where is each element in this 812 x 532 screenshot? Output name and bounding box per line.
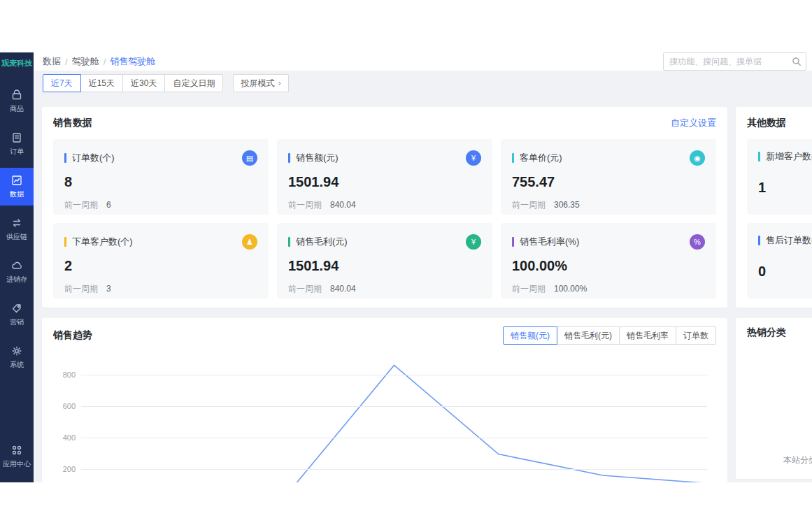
tab-gross-margin[interactable]: 销售毛利率 bbox=[619, 326, 676, 345]
sidebar-item-system[interactable]: 系统 bbox=[0, 338, 34, 376]
metric-card-aftersale-orders: 售后订单数(个) 0 bbox=[747, 223, 812, 299]
metric-color-bar bbox=[512, 153, 514, 163]
metric-value: 100.00% bbox=[512, 258, 705, 274]
tab-sales-amount[interactable]: 销售额(元) bbox=[503, 326, 557, 345]
prev-period-value: 840.04 bbox=[330, 284, 356, 294]
sidebar-item-app-center[interactable]: 应用中心 bbox=[0, 438, 34, 475]
other-data-card: 其他数据 新增客户数(个) 1 售后订单数(个) 0 bbox=[736, 107, 812, 308]
metric-label: 新增客户数(个) bbox=[766, 150, 812, 163]
exchange-arrows-icon bbox=[10, 217, 23, 229]
yen-icon: ¥ bbox=[466, 150, 481, 166]
global-search[interactable] bbox=[663, 52, 806, 71]
tab-last-30-days[interactable]: 近30天 bbox=[122, 74, 165, 92]
prev-period-label: 前一周期 bbox=[64, 200, 98, 210]
metric-value: 2 bbox=[64, 258, 257, 274]
tab-gross-profit[interactable]: 销售毛利(元) bbox=[557, 326, 620, 345]
dashboard-app: 观麦科技 商品 订单 数据 供应链 进销存 bbox=[0, 52, 812, 482]
cloud-icon bbox=[10, 259, 23, 272]
metric-card-gross-profit: 销售毛利(元)¥ 1501.94 前一周期840.04 bbox=[277, 223, 492, 299]
sales-trend-card: 销售趋势 销售额(元) 销售毛利(元) 销售毛利率 订单数 8006004002… bbox=[42, 318, 727, 482]
metric-grid: 订单数(个)▤ 8 前一周期6 销售额(元)¥ 1501.94 前一周期840.… bbox=[53, 139, 716, 299]
metric-card-order-count: 订单数(个)▤ 8 前一周期6 bbox=[53, 139, 269, 215]
tab-custom-date[interactable]: 自定义日期 bbox=[164, 74, 223, 92]
sidebar-nav: 商品 订单 数据 供应链 进销存 营销 bbox=[0, 82, 34, 381]
sidebar-item-supply-chain[interactable]: 供应链 bbox=[0, 210, 34, 248]
metric-value: 0 bbox=[758, 264, 812, 280]
metric-color-bar bbox=[758, 236, 760, 245]
sidebar-item-label: 系统 bbox=[10, 360, 24, 370]
search-icon[interactable] bbox=[792, 57, 802, 66]
topbar: 数据 / 驾驶舱 / 销售驾驶舱 bbox=[34, 52, 812, 71]
metric-label: 客单价(元) bbox=[520, 152, 690, 164]
sidebar-item-data[interactable]: 数据 bbox=[0, 168, 34, 206]
customer-icon: ♟ bbox=[242, 234, 257, 250]
sidebar-item-label: 进销存 bbox=[6, 275, 27, 285]
cast-mode-button[interactable]: 投屏模式 › bbox=[233, 74, 288, 92]
metric-label: 订单数(个) bbox=[72, 152, 242, 164]
sales-data-card: 销售数据 自定义设置 订单数(个)▤ 8 前一周期6 销售额(元)¥ 1501.… bbox=[42, 107, 727, 308]
metric-color-bar bbox=[64, 237, 66, 247]
breadcrumb-separator: / bbox=[104, 57, 106, 67]
metric-color-bar bbox=[288, 237, 290, 247]
chart-gridline bbox=[81, 438, 707, 438]
profit-icon: ¥ bbox=[466, 234, 481, 250]
prev-period-value: 306.35 bbox=[554, 200, 580, 210]
metric-value: 755.47 bbox=[512, 174, 705, 190]
y-tick-label: 400 bbox=[63, 433, 76, 442]
metric-color-bar bbox=[64, 153, 66, 163]
metric-label: 售后订单数(个) bbox=[766, 234, 812, 247]
trend-metric-tabs: 销售额(元) 销售毛利(元) 销售毛利率 订单数 bbox=[503, 326, 716, 345]
metric-card-avg-order-value: 客单价(元)◉ 755.47 前一周期306.35 bbox=[501, 139, 716, 215]
breadcrumb-separator: / bbox=[65, 57, 68, 67]
tab-last-15-days[interactable]: 近15天 bbox=[80, 74, 123, 92]
trend-row: 销售趋势 销售额(元) 销售毛利(元) 销售毛利率 订单数 8006004002… bbox=[42, 318, 812, 482]
main-content: 数据 / 驾驶舱 / 销售驾驶舱 近7天 近15天 近30天 自定义日期 投屏模… bbox=[34, 52, 812, 482]
metric-color-bar bbox=[758, 152, 760, 161]
metric-card-new-customers: 新增客户数(个) 1 bbox=[747, 139, 812, 215]
metric-value: 1501.94 bbox=[288, 174, 481, 190]
y-tick-label: 200 bbox=[63, 465, 76, 473]
sidebar-item-goods[interactable]: 商品 bbox=[0, 82, 34, 120]
metric-card-ordering-customers: 下单客户数(个)♟ 2 前一周期3 bbox=[53, 223, 269, 299]
order-icon: ▤ bbox=[242, 150, 257, 166]
trend-line bbox=[81, 366, 707, 483]
chart-y-axis: 800600400200 bbox=[53, 354, 81, 482]
sidebar-item-marketing[interactable]: 营销 bbox=[0, 296, 34, 333]
sidebar-item-inventory[interactable]: 进销存 bbox=[0, 253, 34, 291]
tab-last-7-days[interactable]: 近7天 bbox=[43, 74, 81, 92]
y-tick-label: 800 bbox=[63, 371, 76, 379]
date-range-tabs: 近7天 近15天 近30天 自定义日期 bbox=[43, 74, 223, 92]
document-icon bbox=[10, 131, 23, 144]
sidebar-spacer bbox=[0, 381, 34, 438]
metrics-row: 销售数据 自定义设置 订单数(个)▤ 8 前一周期6 销售额(元)¥ 1501.… bbox=[42, 107, 812, 308]
screen: 观麦科技 商品 订单 数据 供应链 进销存 bbox=[0, 0, 812, 532]
cast-mode-label: 投屏模式 bbox=[241, 75, 274, 92]
metric-label: 销售额(元) bbox=[296, 152, 466, 164]
breadcrumb-item[interactable]: 数据 bbox=[43, 55, 61, 68]
prev-period-label: 前一周期 bbox=[288, 284, 322, 294]
search-input[interactable] bbox=[669, 57, 792, 66]
prev-period-value: 840.04 bbox=[330, 200, 356, 210]
sidebar-item-orders[interactable]: 订单 bbox=[0, 125, 34, 163]
sidebar-item-label: 数据 bbox=[10, 189, 24, 199]
tab-order-count[interactable]: 订单数 bbox=[676, 326, 716, 345]
hot-categories-card: 热销分类 本站分类暂无数据 bbox=[736, 318, 812, 479]
breadcrumb-item[interactable]: 驾驶舱 bbox=[72, 55, 99, 68]
sales-data-title: 销售数据 bbox=[53, 117, 92, 129]
hot-categories-title: 热销分类 bbox=[747, 326, 786, 339]
y-tick-label: 600 bbox=[63, 402, 76, 410]
sidebar-item-label: 订单 bbox=[10, 147, 24, 157]
metric-card-gross-margin: 销售毛利率(%)% 100.00% 前一周期100.00% bbox=[501, 223, 716, 299]
metric-label: 销售毛利(元) bbox=[296, 236, 466, 248]
chart-icon bbox=[10, 174, 23, 187]
prev-period-label: 前一周期 bbox=[512, 284, 546, 294]
sidebar: 观麦科技 商品 订单 数据 供应链 进销存 bbox=[0, 52, 34, 482]
gear-icon bbox=[10, 345, 23, 357]
sidebar-item-label: 营销 bbox=[10, 317, 24, 327]
chart-gridline bbox=[81, 375, 707, 375]
custom-settings-link[interactable]: 自定义设置 bbox=[671, 117, 716, 129]
percent-icon: % bbox=[690, 234, 705, 250]
hot-categories-empty-text: 本站分类暂无数据 bbox=[783, 454, 812, 466]
metric-value: 1 bbox=[758, 180, 812, 196]
metric-value: 8 bbox=[64, 174, 257, 190]
